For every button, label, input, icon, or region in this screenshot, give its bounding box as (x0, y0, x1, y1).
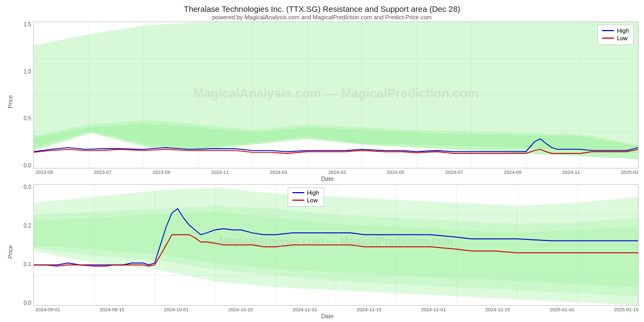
top-legend-low: Low (602, 35, 629, 41)
top-legend-high-label: High (617, 27, 629, 34)
bottom-chart-area: MagicalAnalysis.com — MagicalPrediction.… (33, 184, 639, 306)
top-legend-high-line (602, 30, 614, 31)
chart-subtitle: powered by MagicalAnalysis.com and Magic… (5, 14, 639, 20)
charts-container: Price 1.5 1.0 0.5 0.0 (5, 21, 639, 319)
bottom-legend-low-label: Low (307, 197, 318, 203)
page-container: Theralase Technologies Inc. (TTX.SG) Res… (0, 0, 644, 322)
bottom-y-axis-label: Price (5, 184, 15, 319)
top-x-ticks: 2023-05 2023-07 2023-09 2023-11 2024-01 … (35, 169, 639, 175)
top-legend-low-label: Low (617, 35, 627, 41)
top-chart-legend: High Low (597, 25, 634, 45)
top-legend-low-line (602, 38, 614, 39)
top-y-ticks: 1.5 1.0 0.5 0.0 (16, 21, 33, 169)
bottom-legend-high-line (292, 192, 304, 193)
top-y-axis-label: Price (5, 21, 15, 182)
top-chart-wrapper: Price 1.5 1.0 0.5 0.0 (5, 21, 639, 182)
bottom-chart-wrapper: Price 0.3 0.2 0.1 0.0 (5, 184, 639, 319)
top-chart-area: MagicalAnalysis.com — MagicalPrediction.… (33, 21, 639, 169)
bottom-x-axis-title: Date (16, 313, 639, 319)
svg-text:MagicalAnalysis.com — MagicalP: MagicalAnalysis.com — MagicalPrediction.… (219, 235, 452, 247)
bottom-chart-svg: MagicalAnalysis.com — MagicalPrediction.… (34, 185, 638, 305)
header: Theralase Technologies Inc. (TTX.SG) Res… (5, 4, 639, 20)
top-x-axis-title: Date (16, 175, 639, 182)
bottom-legend-high-label: High (307, 189, 319, 196)
top-legend-high: High (602, 27, 629, 34)
bottom-legend-high: High (292, 189, 319, 196)
bottom-legend-low-line (292, 200, 304, 201)
bottom-chart-legend: High Low (288, 187, 324, 207)
bottom-y-ticks: 0.3 0.2 0.1 0.0 (16, 184, 33, 306)
bottom-x-ticks: 2024-09-01 2024-09-15 2024-10-01 2024-10… (35, 306, 639, 312)
svg-text:MagicalAnalysis.com — MagicalP: MagicalAnalysis.com — MagicalPrediction.… (193, 86, 479, 100)
bottom-legend-low: Low (292, 197, 319, 203)
chart-title: Theralase Technologies Inc. (TTX.SG) Res… (5, 4, 639, 13)
top-chart-svg: MagicalAnalysis.com — MagicalPrediction.… (34, 22, 638, 168)
